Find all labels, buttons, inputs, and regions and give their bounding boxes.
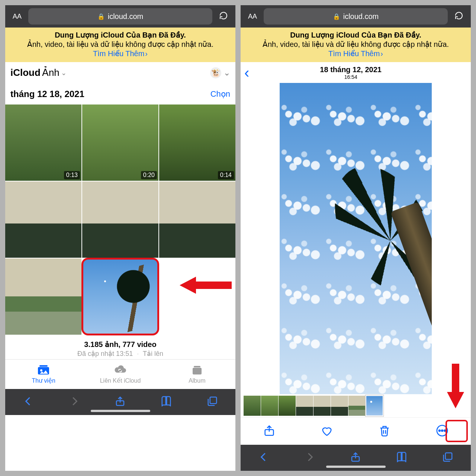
reload-button[interactable] <box>215 11 232 22</box>
book-icon <box>161 396 172 407</box>
safari-address-bar: AA 🔒 icloud.com <box>5 5 235 28</box>
tab-albums[interactable]: Album <box>159 360 235 389</box>
more-icon <box>436 424 448 437</box>
back-button[interactable] <box>23 396 34 408</box>
share-button[interactable] <box>115 396 126 408</box>
photo-thumb-selected[interactable] <box>82 258 158 335</box>
library-icon <box>37 364 50 376</box>
detail-time: 16:54 <box>249 74 452 80</box>
filmstrip-thumb-selected[interactable] <box>366 395 383 416</box>
detail-title: 18 tháng 12, 2021 16:54 <box>249 65 452 80</box>
reload-button[interactable] <box>451 11 467 22</box>
stats-uploading: Tải lên <box>143 350 163 357</box>
video-thumb[interactable]: 0:20 <box>82 104 158 181</box>
lock-icon: 🔒 <box>97 13 105 20</box>
cloud-link-icon <box>113 364 127 376</box>
duration-badge: 0:13 <box>64 171 80 179</box>
filmstrip-thumb[interactable] <box>244 396 261 416</box>
svg-rect-3 <box>193 368 202 374</box>
share-icon <box>350 451 361 463</box>
svg-point-9 <box>439 430 440 431</box>
photo-thumb[interactable] <box>159 181 235 258</box>
annotation-highlight-more <box>446 420 468 442</box>
filmstrip-thumb[interactable] <box>313 396 331 416</box>
library-tabbar: Thư viện Liên Kết iCloud Album <box>5 359 235 389</box>
phone-library-view: AA 🔒 icloud.com Dung Lượng iCloud Của Bạ… <box>5 5 235 471</box>
chevron-right-icon: › <box>380 49 383 58</box>
reader-aa-button[interactable]: AA <box>244 13 261 20</box>
chevron-right-icon <box>69 396 80 407</box>
banner-learn-more-link[interactable]: Tìm Hiểu Thêm› <box>247 49 464 58</box>
filmstrip-thumb[interactable] <box>348 396 366 416</box>
avatar: 🐮 <box>210 67 221 78</box>
storage-full-banner: Dung Lượng iCloud Của Bạn Đã Đầy. Ảnh, v… <box>5 28 235 62</box>
favorite-button[interactable] <box>321 424 333 438</box>
svg-rect-13 <box>446 453 452 460</box>
duration-badge: 0:14 <box>218 171 234 179</box>
photo-full <box>280 83 432 394</box>
trash-icon <box>378 424 391 437</box>
safari-address-bar: AA 🔒 icloud.com <box>241 5 471 28</box>
banner-learn-more-link[interactable]: Tìm Hiểu Thêm› <box>12 49 229 58</box>
back-button[interactable] <box>258 451 269 464</box>
video-thumb[interactable]: 0:14 <box>159 104 235 181</box>
photo-thumb[interactable] <box>5 258 81 335</box>
filmstrip-thumb[interactable] <box>296 396 313 416</box>
reader-aa-button[interactable]: AA <box>9 13 25 20</box>
svg-point-10 <box>441 430 443 431</box>
photo-thumb[interactable] <box>5 181 81 258</box>
share-button[interactable] <box>263 424 276 438</box>
detail-nav: ‹ 18 tháng 12, 2021 16:54 <box>241 62 471 83</box>
tabs-icon <box>207 396 218 407</box>
banner-title: Dung Lượng iCloud Của Bạn Đã Đầy. <box>247 30 464 40</box>
svg-rect-1 <box>39 365 48 367</box>
select-button[interactable]: Chọn <box>210 89 230 99</box>
phone-detail-view: AA 🔒 icloud.com Dung Lượng iCloud Của Bạ… <box>241 5 471 471</box>
filmstrip-thumb[interactable] <box>261 396 278 416</box>
bookmarks-button[interactable] <box>396 451 407 464</box>
tab-icloud-links[interactable]: Liên Kết iCloud <box>82 360 158 389</box>
heart-icon <box>321 424 333 437</box>
photo-thumb-empty <box>159 258 235 335</box>
photo-grid: 0:13 0:20 0:14 <box>5 104 235 335</box>
chevron-right-icon <box>304 451 315 463</box>
bookmarks-button[interactable] <box>161 396 172 408</box>
detail-toolbar <box>241 417 471 445</box>
chevron-down-icon: ⌄ <box>61 69 67 77</box>
photo-viewer[interactable] <box>241 83 471 394</box>
detail-date: 18 tháng 12, 2021 <box>249 65 452 74</box>
filmstrip-thumb[interactable] <box>331 396 348 416</box>
storage-full-banner: Dung Lượng iCloud Của Bạn Đã Đầy. Ảnh, v… <box>241 28 471 62</box>
filmstrip-thumb[interactable] <box>279 396 296 416</box>
more-button[interactable] <box>436 424 448 438</box>
share-icon <box>263 424 276 437</box>
library-stats: 3.185 ảnh, 777 video Đã cập nhật 13:51 ·… <box>5 335 235 359</box>
banner-body: Ảnh, video, tài liệu và dữ liệu không đư… <box>12 40 229 49</box>
chevron-left-icon <box>258 451 269 463</box>
account-menu[interactable]: 🐮 ⌄ <box>210 67 230 78</box>
share-button[interactable] <box>350 451 361 464</box>
banner-title: Dung Lượng iCloud Của Bạn Đã Đầy. <box>12 30 229 40</box>
video-thumb[interactable]: 0:13 <box>5 104 81 181</box>
delete-button[interactable] <box>378 424 391 438</box>
tab-library[interactable]: Thư viện <box>5 360 82 389</box>
palm-tree <box>103 262 158 335</box>
section-date: tháng 12 18, 2021 <box>10 89 84 99</box>
stats-updated: Đã cập nhật 13:51 <box>77 350 133 357</box>
reload-icon <box>454 11 463 20</box>
photo-thumb[interactable] <box>82 181 158 258</box>
reload-icon <box>219 11 228 20</box>
banner-body: Ảnh, video, tài liệu và dữ liệu không đư… <box>247 40 464 49</box>
tabs-icon <box>442 451 453 463</box>
tabs-button[interactable] <box>442 451 453 464</box>
filmstrip[interactable] <box>241 394 471 417</box>
share-icon <box>115 396 126 407</box>
book-icon <box>396 451 407 463</box>
tabs-button[interactable] <box>207 396 218 408</box>
url-field[interactable]: 🔒 icloud.com <box>28 8 212 25</box>
url-field[interactable]: 🔒 icloud.com <box>264 8 448 25</box>
library-title-dropdown[interactable]: iCloud Ảnh ⌄ <box>10 67 67 78</box>
library-nav: iCloud Ảnh ⌄ 🐮 ⌄ <box>5 62 235 84</box>
svg-rect-6 <box>210 397 217 404</box>
stats-count: 3.185 ảnh, 777 video <box>5 340 235 349</box>
